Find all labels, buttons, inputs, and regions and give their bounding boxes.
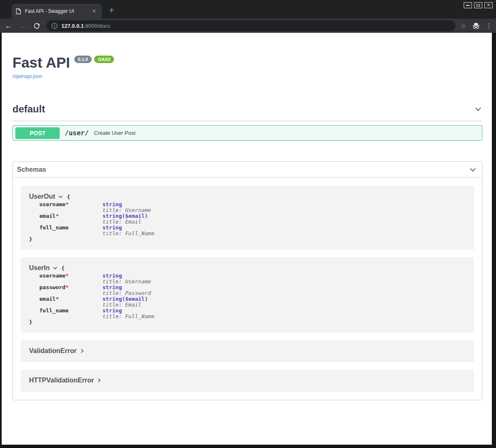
model-name: HTTPValidationError bbox=[29, 377, 94, 384]
chevron-right-icon bbox=[96, 377, 102, 383]
address-bar[interactable]: 127.0.0.1:8000/docs bbox=[46, 20, 455, 31]
property-type: string($email) bbox=[102, 296, 148, 302]
property-description: string($email)title: Email bbox=[102, 213, 148, 225]
property-description: stringtitle: Full_Name bbox=[102, 225, 154, 236]
window-maximize-button[interactable] bbox=[474, 2, 482, 8]
model-UserIn: UserIn{username*stringtitle: Usernamepas… bbox=[21, 257, 474, 333]
property-name: username* bbox=[39, 202, 102, 213]
operation-post-user[interactable]: POST /user/ Create User Post bbox=[12, 125, 482, 141]
model-properties: username*stringtitle: Usernameemail*stri… bbox=[39, 202, 466, 236]
required-star: * bbox=[66, 284, 69, 290]
property-type: string($email) bbox=[102, 213, 148, 219]
page-title: Fast API 0.1.0 OAS3 bbox=[12, 55, 492, 71]
property-title: title: Email bbox=[102, 302, 148, 308]
model-name: ValidationError bbox=[29, 347, 77, 355]
model-UserOut: UserOut{username*stringtitle: Usernameem… bbox=[21, 186, 474, 250]
tag-default-header[interactable]: default bbox=[12, 103, 482, 121]
property-title: title: Username bbox=[102, 207, 151, 213]
incognito-icon bbox=[472, 22, 480, 29]
openapi-json-link[interactable]: /openapi.json bbox=[12, 73, 42, 79]
maximize-icon bbox=[477, 4, 480, 7]
chevron-down-icon bbox=[52, 265, 58, 271]
page-icon bbox=[16, 8, 21, 15]
property-description: stringtitle: Full_Name bbox=[102, 308, 154, 319]
property-type: string bbox=[102, 273, 151, 279]
minimize-icon bbox=[466, 5, 469, 6]
new-tab-button[interactable]: + bbox=[106, 5, 117, 16]
property-title: title: Full_Name bbox=[102, 231, 154, 236]
reload-button[interactable] bbox=[31, 20, 42, 32]
browser-titlebar: Fast API - Swagger UI ✕ + ✕ bbox=[0, 0, 496, 19]
required-star: * bbox=[56, 213, 59, 219]
property-username: username*stringtitle: Username bbox=[39, 202, 466, 213]
schemas-header[interactable]: Schemas bbox=[13, 162, 482, 178]
property-name: full_name bbox=[39, 225, 102, 236]
page-content: Fast API 0.1.0 OAS3 /openapi.json defaul… bbox=[2, 33, 492, 445]
property-title: title: Full_Name bbox=[102, 314, 154, 319]
property-description: string($email)title: Email bbox=[102, 296, 148, 308]
chevron-down-icon bbox=[469, 166, 477, 174]
model-toggle-HTTPValidationError[interactable]: HTTPValidationError bbox=[29, 377, 466, 384]
property-type: string bbox=[102, 202, 151, 207]
required-star: * bbox=[66, 273, 69, 279]
oas3-badge: OAS3 bbox=[94, 56, 114, 63]
model-ValidationError: ValidationError bbox=[21, 340, 474, 362]
schemas-title: Schemas bbox=[17, 166, 46, 173]
model-name: UserOut bbox=[29, 193, 55, 200]
model-toggle-UserIn[interactable]: UserIn{ bbox=[29, 264, 466, 272]
url-text: 127.0.0.1:8000/docs bbox=[61, 23, 110, 29]
browser-toolbar: ← → 127.0.0.1:8000/docs ☆ ⋮ bbox=[0, 19, 496, 33]
reload-icon bbox=[33, 22, 40, 29]
close-brace: } bbox=[29, 319, 466, 325]
open-brace: { bbox=[67, 194, 70, 200]
version-badge: 0.1.0 bbox=[74, 56, 92, 63]
property-name: username* bbox=[39, 273, 102, 285]
property-title: title: Username bbox=[102, 279, 151, 285]
property-full_name: full_namestringtitle: Full_Name bbox=[39, 308, 466, 319]
info-icon bbox=[51, 23, 58, 29]
forward-button[interactable]: → bbox=[17, 20, 28, 32]
operation-path: /user/ bbox=[65, 129, 89, 137]
model-toggle-ValidationError[interactable]: ValidationError bbox=[29, 347, 466, 355]
tag-name: default bbox=[12, 103, 45, 115]
chevron-right-icon bbox=[79, 348, 85, 354]
back-button[interactable]: ← bbox=[2, 20, 14, 32]
schemas-section: Schemas UserOut{username*stringtitle: Us… bbox=[12, 161, 482, 400]
property-type: string bbox=[102, 285, 151, 290]
model-toggle-UserOut[interactable]: UserOut{ bbox=[29, 193, 466, 200]
required-star: * bbox=[66, 201, 69, 207]
model-name: UserIn bbox=[29, 264, 50, 272]
property-type: string bbox=[102, 308, 154, 314]
browser-menu-icon[interactable]: ⋮ bbox=[486, 22, 492, 29]
property-description: stringtitle: Username bbox=[102, 273, 151, 285]
window-close-button[interactable]: ✕ bbox=[484, 2, 493, 8]
property-name: full_name bbox=[39, 308, 102, 319]
property-description: stringtitle: Password bbox=[102, 285, 151, 296]
property-description: stringtitle: Username bbox=[102, 202, 151, 213]
property-name: email* bbox=[39, 296, 102, 308]
method-badge: POST bbox=[15, 127, 60, 139]
chevron-down-icon bbox=[58, 194, 63, 200]
property-email: email*string($email)title: Email bbox=[39, 296, 466, 308]
api-info: Fast API 0.1.0 OAS3 /openapi.json bbox=[12, 55, 492, 80]
model-properties: username*stringtitle: Usernamepassword*s… bbox=[39, 273, 466, 319]
property-email: email*string($email)title: Email bbox=[39, 213, 466, 225]
bookmark-star-icon[interactable]: ☆ bbox=[460, 22, 466, 30]
property-title: title: Password bbox=[102, 290, 151, 296]
window-minimize-button[interactable] bbox=[464, 2, 472, 8]
property-password: password*stringtitle: Password bbox=[39, 285, 466, 296]
chevron-down-icon bbox=[474, 105, 482, 113]
property-title: title: Email bbox=[102, 219, 148, 225]
property-full_name: full_namestringtitle: Full_Name bbox=[39, 225, 466, 236]
property-name: password* bbox=[39, 285, 102, 296]
browser-tab[interactable]: Fast API - Swagger UI ✕ bbox=[12, 4, 102, 19]
tab-title: Fast API - Swagger UI bbox=[25, 8, 90, 14]
property-username: username*stringtitle: Username bbox=[39, 273, 466, 285]
window-controls: ✕ bbox=[464, 2, 493, 8]
property-type: string bbox=[102, 225, 154, 231]
model-HTTPValidationError: HTTPValidationError bbox=[21, 370, 474, 392]
tag-section-default: default POST /user/ Create User Post bbox=[12, 103, 482, 141]
operation-summary: Create User Post bbox=[94, 130, 136, 136]
schemas-body: UserOut{username*stringtitle: Usernameem… bbox=[13, 178, 482, 400]
tab-close-icon[interactable]: ✕ bbox=[90, 7, 98, 15]
